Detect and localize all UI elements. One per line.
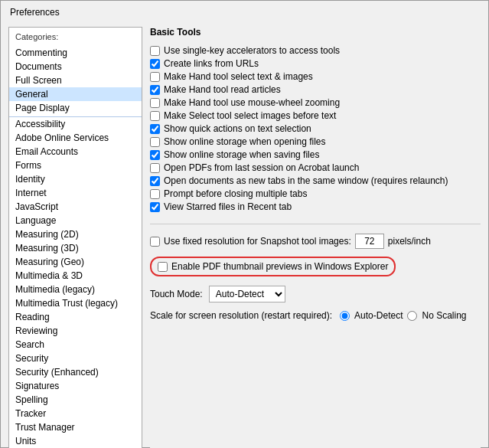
- checkbox-row-cb6: Make Select tool select images before te…: [150, 110, 481, 121]
- checkbox-label-cb8: Show online storage when opening files: [164, 136, 325, 147]
- sidebar-item-multimedia-trust-legacy-[interactable]: Multimedia Trust (legacy): [9, 296, 142, 310]
- main-panel: Basic Tools Use single-key accelerators …: [150, 27, 481, 448]
- checkbox-label-cb4: Make Hand tool read articles: [164, 84, 281, 95]
- title-bar: Preferences: [1, 1, 488, 21]
- checkbox-row-cb9: Show online storage when saving files: [150, 149, 481, 160]
- touch-mode-select[interactable]: Auto-DetectTouchMouse: [209, 286, 285, 302]
- categories-label: Categories:: [9, 28, 142, 44]
- window-title: Preferences: [10, 7, 60, 18]
- sidebar-item-page-display[interactable]: Page Display: [9, 101, 142, 115]
- checkbox-row-cb13: View Starred files in Recent tab: [150, 201, 481, 212]
- sidebar-item-spelling[interactable]: Spelling: [9, 393, 142, 407]
- checkbox-label-cb3: Make Hand tool select text & images: [164, 71, 313, 82]
- checkbox-row-cb1: Use single-key accelerators to access to…: [150, 45, 481, 56]
- sidebar-item-multimedia-3d[interactable]: Multimedia & 3D: [9, 269, 142, 283]
- checkbox-label-cb9: Show online storage when saving files: [164, 149, 319, 160]
- sidebar-item-signatures[interactable]: Signatures: [9, 379, 142, 393]
- checkbox-label-cb1: Use single-key accelerators to access to…: [164, 45, 340, 56]
- scale-row: Scale for screen resolution (restart req…: [150, 310, 481, 321]
- sidebar-selected-group: CommentingDocumentsFull ScreenGeneralPag…: [9, 44, 142, 117]
- sidebar-item-full-screen[interactable]: Full Screen: [9, 74, 142, 87]
- sidebar-item-measuring-geo-[interactable]: Measuring (Geo): [9, 255, 142, 269]
- sidebar-scroll: AccessibilityAdobe Online ServicesEmail …: [9, 117, 142, 448]
- sidebar-item-documents[interactable]: Documents: [9, 60, 142, 74]
- checkbox-row-cb12: Prompt before closing multiple tabs: [150, 188, 481, 199]
- checkbox-cb9[interactable]: [150, 150, 160, 160]
- checkbox-label-cb5: Make Hand tool use mouse-wheel zooming: [164, 97, 340, 108]
- checkbox-cb1[interactable]: [150, 46, 160, 56]
- snapshot-checkbox[interactable]: [150, 237, 160, 247]
- snapshot-row: Use fixed resolution for Snapshot tool i…: [150, 234, 481, 249]
- checkbox-cb7[interactable]: [150, 124, 160, 134]
- sidebar-item-trust-manager[interactable]: Trust Manager: [9, 420, 142, 434]
- preferences-window: Preferences Categories: CommentingDocume…: [0, 0, 489, 448]
- scale-label-none: No Scaling: [422, 310, 466, 321]
- checkbox-label-cb12: Prompt before closing multiple tabs: [164, 188, 307, 199]
- checkbox-row-cb4: Make Hand tool read articles: [150, 84, 481, 95]
- touch-mode-row: Touch Mode: Auto-DetectTouchMouse: [150, 286, 481, 302]
- checkbox-cb10[interactable]: [150, 163, 160, 173]
- section-title: Basic Tools: [150, 27, 481, 38]
- checkbox-cb3[interactable]: [150, 72, 160, 82]
- sidebar-item-measuring-3d-[interactable]: Measuring (3D): [9, 241, 142, 255]
- checkbox-row-cb8: Show online storage when opening files: [150, 136, 481, 147]
- snapshot-value-input[interactable]: [355, 234, 384, 249]
- sidebar-item-identity[interactable]: Identity: [9, 172, 142, 186]
- separator-1: [150, 224, 481, 224]
- sidebar-item-security-enhanced-[interactable]: Security (Enhanced): [9, 365, 142, 379]
- sidebar-item-tracker[interactable]: Tracker: [9, 407, 142, 420]
- checkbox-cb8[interactable]: [150, 137, 160, 147]
- checkbox-cb12[interactable]: [150, 189, 160, 199]
- sidebar-item-general[interactable]: General: [9, 87, 142, 101]
- checkbox-label-cb7: Show quick actions on text selection: [164, 123, 311, 134]
- thumbnail-label: Enable PDF thumbnail previews in Windows…: [171, 261, 388, 272]
- checkbox-cb13[interactable]: [150, 202, 160, 212]
- checkbox-cb5[interactable]: [150, 98, 160, 108]
- sidebar-item-search[interactable]: Search: [9, 338, 142, 352]
- checkbox-row-cb3: Make Hand tool select text & images: [150, 71, 481, 82]
- sidebar-item-reviewing[interactable]: Reviewing: [9, 324, 142, 338]
- sidebar-item-security[interactable]: Security: [9, 352, 142, 365]
- thumbnail-checkbox[interactable]: [158, 262, 168, 272]
- checkbox-row-cb10: Open PDFs from last session on Acrobat l…: [150, 162, 481, 173]
- sidebar-item-units[interactable]: Units: [9, 434, 142, 448]
- sidebar-item-forms[interactable]: Forms: [9, 159, 142, 172]
- sidebar-item-reading[interactable]: Reading: [9, 310, 142, 324]
- checkbox-label-cb6: Make Select tool select images before te…: [164, 110, 336, 121]
- scale-label: Scale for screen resolution (restart req…: [150, 310, 332, 321]
- sidebar-item-internet[interactable]: Internet: [9, 186, 142, 200]
- sidebar-item-adobe-online-services[interactable]: Adobe Online Services: [9, 131, 142, 145]
- snapshot-label: Use fixed resolution for Snapshot tool i…: [164, 236, 351, 247]
- checkbox-label-cb13: View Starred files in Recent tab: [164, 201, 292, 212]
- checkbox-label-cb11: Open documents as new tabs in the same w…: [164, 175, 448, 186]
- sidebar-item-commenting[interactable]: Commenting: [9, 46, 142, 60]
- sidebar-item-email-accounts[interactable]: Email Accounts: [9, 145, 142, 159]
- checkbox-cb2[interactable]: [150, 59, 160, 69]
- checkboxes-container: Use single-key accelerators to access to…: [150, 45, 481, 214]
- checkbox-cb11[interactable]: [150, 176, 160, 186]
- sidebar-item-multimedia-legacy-[interactable]: Multimedia (legacy): [9, 283, 142, 296]
- checkbox-label-cb10: Open PDFs from last session on Acrobat l…: [164, 162, 359, 173]
- touch-mode-label: Touch Mode:: [150, 289, 203, 299]
- highlight-box: Enable PDF thumbnail previews in Windows…: [150, 257, 396, 276]
- sidebar-item-measuring-2d-[interactable]: Measuring (2D): [9, 227, 142, 241]
- checkbox-cb6[interactable]: [150, 111, 160, 121]
- categories-panel: Categories: CommentingDocumentsFull Scre…: [8, 27, 142, 448]
- checkbox-row-cb7: Show quick actions on text selection: [150, 123, 481, 134]
- sidebar-item-language[interactable]: Language: [9, 214, 142, 227]
- checkbox-row-cb5: Make Hand tool use mouse-wheel zooming: [150, 97, 481, 108]
- scale-label-auto: Auto-Detect: [354, 310, 403, 321]
- scale-radio-none[interactable]: [407, 311, 417, 321]
- pixels-label: pixels/inch: [388, 236, 431, 247]
- checkbox-row-cb2: Create links from URLs: [150, 58, 481, 69]
- scale-radio-auto[interactable]: [340, 311, 350, 321]
- radio-group: Auto-DetectNo Scaling: [340, 310, 466, 321]
- sidebar-item-accessibility[interactable]: Accessibility: [9, 117, 142, 131]
- checkbox-cb4[interactable]: [150, 85, 160, 95]
- checkbox-label-cb2: Create links from URLs: [164, 58, 259, 69]
- sidebar-item-javascript[interactable]: JavaScript: [9, 200, 142, 214]
- checkbox-row-cb11: Open documents as new tabs in the same w…: [150, 175, 481, 186]
